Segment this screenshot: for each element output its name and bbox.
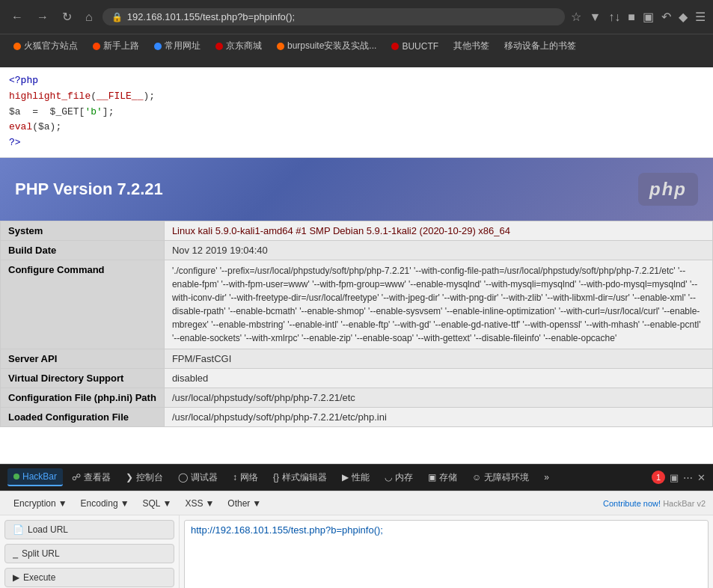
xss-arrow: ▼ <box>205 498 214 509</box>
performance-icon: ▶ <box>342 472 349 483</box>
memory-tab[interactable]: ◡ 内存 <box>379 468 419 487</box>
table-key: Loaded Configuration File <box>1 407 165 426</box>
phpinfo-table: System Linux kali 5.9.0-kali1-amd64 #1 S… <box>0 221 713 427</box>
table-key: Server API <box>1 349 165 368</box>
back-nav-icon[interactable]: ↶ <box>661 10 671 24</box>
bookmark-jd[interactable]: 京东商城 <box>209 37 268 55</box>
table-value: disabled <box>164 368 712 388</box>
table-key: Virtual Directory Support <box>1 368 165 388</box>
address-bar[interactable]: 🔒 192.168.101.155/test.php?b=phpinfo(); <box>102 8 566 25</box>
table-value: FPM/FastCGI <box>164 349 712 368</box>
more-tools-btn[interactable]: » <box>538 469 555 486</box>
phpinfo-header: PHP Version 7.2.21 php <box>0 158 713 221</box>
hackbar-tab[interactable]: HackBar <box>7 468 63 486</box>
bookmark-others[interactable]: 其他书签 <box>447 37 495 55</box>
load-url-label: Load URL <box>28 524 68 535</box>
bookmark-mobile[interactable]: 移动设备上的书签 <box>498 37 582 55</box>
execute-label: Execute <box>23 572 55 583</box>
xss-menu[interactable]: XSS ▼ <box>179 496 220 511</box>
copy-icon[interactable]: ▣ <box>670 472 679 483</box>
bookmarks-bar: 火狐官方站点 新手上路 常用网址 京东商城 burpsuite安装及实战... … <box>0 34 713 58</box>
back-button[interactable]: ← <box>7 9 27 25</box>
home-button[interactable]: ⌂ <box>82 9 97 25</box>
hackbar-panel: Encryption ▼ Encoding ▼ SQL ▼ XSS ▼ Othe… <box>0 491 713 588</box>
bookmark-newbie[interactable]: 新手上路 <box>87 37 145 55</box>
inspector-tab[interactable]: ☍ 查看器 <box>66 468 117 487</box>
bookmark-icon[interactable]: ☆ <box>571 10 581 24</box>
extensions-icon[interactable]: ■ <box>628 10 635 24</box>
sync-icon[interactable]: ↑↓ <box>608 10 620 24</box>
url-input[interactable]: http://192.168.101.155/test.php?b=phpinf… <box>184 520 709 588</box>
accessibility-icon: ☺ <box>472 472 481 483</box>
inspector-icon: ☍ <box>72 472 81 483</box>
reload-button[interactable]: ↻ <box>58 8 76 25</box>
xss-label: XSS <box>185 498 203 509</box>
encryption-menu[interactable]: Encryption ▼ <box>7 496 73 511</box>
forward-button[interactable]: → <box>33 9 52 25</box>
table-row: Loaded Configuration File /usr/local/php… <box>1 407 713 426</box>
table-key: Build Date <box>1 240 165 260</box>
ellipsis-icon[interactable]: ⋯ <box>683 472 693 483</box>
execute-icon: ▶ <box>13 572 19 583</box>
hackbar-right: http://192.168.101.155/test.php?b=phpinf… <box>180 515 713 588</box>
execute-button[interactable]: ▶ Execute <box>4 568 174 587</box>
table-value: Nov 12 2019 19:04:40 <box>164 240 712 260</box>
console-tab[interactable]: ❯ 控制台 <box>120 468 169 487</box>
bookmark-burp[interactable]: burpsuite安装及实战... <box>271 37 382 55</box>
network-label: 网络 <box>240 471 258 484</box>
encoding-menu[interactable]: Encoding ▼ <box>75 496 135 511</box>
network-icon: ↕ <box>233 472 237 483</box>
sql-menu[interactable]: SQL ▼ <box>137 496 178 511</box>
style-label: 样式编辑器 <box>282 471 327 484</box>
devtools-bar: HackBar ☍ 查看器 ❯ 控制台 ◯ 调试器 ↕ 网络 {} 样式编辑器 … <box>0 464 713 491</box>
table-row: Configure Command './configure' '--prefi… <box>1 260 713 349</box>
other-menu[interactable]: Other ▼ <box>221 496 267 511</box>
console-icon: ❯ <box>126 472 133 483</box>
hackbar-version: HackBar v2 <box>663 499 706 508</box>
encryption-label: Encryption <box>13 498 56 509</box>
close-devtools-icon[interactable]: ✕ <box>697 472 706 483</box>
other-label: Other <box>227 498 250 509</box>
storage-icon: ▣ <box>428 472 436 483</box>
style-editor-tab[interactable]: {} 样式编辑器 <box>267 468 333 487</box>
table-row: Server API FPM/FastCGI <box>1 349 713 368</box>
table-row: Build Date Nov 12 2019 19:04:40 <box>1 240 713 260</box>
network-tab[interactable]: ↕ 网络 <box>227 468 264 487</box>
other-arrow: ▼ <box>252 498 261 509</box>
profile-icon[interactable]: ◆ <box>679 10 688 24</box>
bookmark-buuctf[interactable]: BUUCTF <box>385 39 444 54</box>
menu-icon[interactable]: ☰ <box>695 10 706 24</box>
sql-arrow: ▼ <box>163 498 172 509</box>
table-row: Configuration File (php.ini) Path /usr/l… <box>1 388 713 407</box>
accessibility-tab[interactable]: ☺ 无障碍环境 <box>466 468 535 487</box>
performance-label: 性能 <box>352 471 370 484</box>
sql-label: SQL <box>143 498 161 509</box>
debugger-tab[interactable]: ◯ 调试器 <box>172 468 224 487</box>
table-key: Configuration File (php.ini) Path <box>1 388 165 407</box>
hackbar-label: HackBar <box>22 471 57 482</box>
table-row: Virtual Directory Support disabled <box>1 368 713 388</box>
source-code: <?php highlight_file(__FILE__); $a = $_G… <box>0 67 713 158</box>
storage-label: 存储 <box>439 471 457 484</box>
load-url-icon: 📄 <box>13 524 24 535</box>
contribute-link[interactable]: Contribute now! <box>603 499 661 508</box>
style-icon: {} <box>273 472 279 483</box>
address-text: 192.168.101.155/test.php?b=phpinfo(); <box>127 11 557 22</box>
downloads-icon[interactable]: ▼ <box>589 10 601 24</box>
hackbar-menu: Encryption ▼ Encoding ▼ SQL ▼ XSS ▼ Othe… <box>0 491 713 515</box>
storage-tab[interactable]: ▣ 存储 <box>422 468 463 487</box>
performance-tab[interactable]: ▶ 性能 <box>336 468 376 487</box>
table-key: Configure Command <box>1 260 165 349</box>
load-url-button[interactable]: 📄 Load URL <box>4 520 174 539</box>
table-value: /usr/local/phpstudy/soft/php/php-7.2.21/… <box>164 407 712 426</box>
phpinfo-title: PHP Version 7.2.21 <box>15 180 163 199</box>
contribute-text: Contribute now! HackBar v2 <box>603 499 706 508</box>
split-url-label: Split URL <box>22 548 60 559</box>
bookmark-common[interactable]: 常用网址 <box>148 37 206 55</box>
bookmark-firefox[interactable]: 火狐官方站点 <box>7 37 84 55</box>
table-key: System <box>1 221 165 240</box>
split-url-button[interactable]: ⎯ Split URL <box>4 544 174 563</box>
encoding-arrow: ▼ <box>120 498 129 509</box>
addons-icon[interactable]: ▣ <box>643 10 654 24</box>
encryption-arrow: ▼ <box>58 498 67 509</box>
